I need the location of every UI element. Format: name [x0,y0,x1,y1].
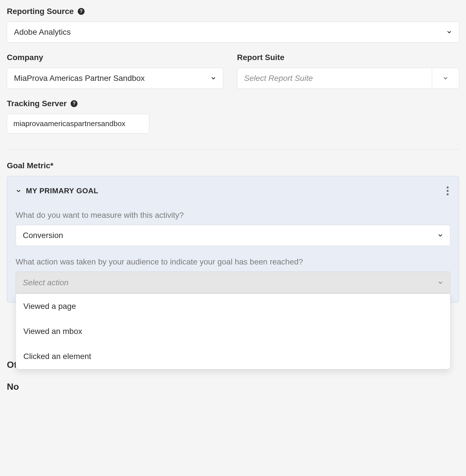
kebab-menu-icon[interactable] [445,185,450,197]
chevron-down-icon [438,280,443,286]
action-prompt: What action was taken by your audience t… [16,257,450,266]
primary-goal-card: MY PRIMARY GOAL What do you want to meas… [7,176,459,303]
chevron-down-icon [446,29,452,35]
notes-label-fragment: No [7,376,459,398]
report-suite-select[interactable]: Select Report Suite [237,68,432,89]
chevron-down-icon [210,75,216,81]
help-icon[interactable]: ? [78,8,85,15]
chevron-down-icon [438,233,443,238]
report-suite-label-text: Report Suite [237,53,284,62]
help-icon[interactable]: ? [71,100,77,107]
company-label: Company [7,53,223,62]
company-label-text: Company [7,53,43,62]
company-select[interactable]: MiaProva Americas Partner Sandbox [7,68,223,89]
report-suite-placeholder: Select Report Suite [244,74,313,83]
reporting-source-value: Adobe Analytics [14,28,71,37]
report-suite-label: Report Suite [237,53,459,62]
reporting-source-select[interactable]: Adobe Analytics [7,22,459,43]
measure-value: Conversion [23,231,63,240]
measure-select[interactable]: Conversion [16,225,450,246]
action-option[interactable]: Clicked an element [16,344,450,369]
primary-goal-title: MY PRIMARY GOAL [26,186,98,195]
measure-prompt: What do you want to measure with this ac… [16,211,450,220]
goal-metric-label-text: Goal Metric* [7,161,53,170]
tracking-server-input[interactable]: miaprovaamericaspartnersandbox [7,114,149,134]
goal-metric-label: Goal Metric* [7,161,459,170]
primary-goal-toggle[interactable]: MY PRIMARY GOAL [16,186,98,195]
chevron-down-icon [16,188,21,194]
action-option[interactable]: Viewed an mbox [16,319,450,344]
action-option[interactable]: Viewed a page [16,294,450,319]
action-placeholder: Select action [23,278,68,287]
chevron-down-icon [443,75,448,81]
report-suite-dropdown-toggle[interactable] [432,68,459,89]
tracking-server-value: miaprovaamericaspartnersandbox [13,119,125,128]
divider [7,149,459,150]
action-dropdown-menu: Viewed a page Viewed an mbox Clicked an … [16,294,450,369]
reporting-source-label: Reporting Source ? [7,7,459,16]
company-value: MiaProva Americas Partner Sandbox [14,74,145,83]
reporting-source-label-text: Reporting Source [7,7,74,16]
tracking-server-label: Tracking Server ? [7,99,459,108]
action-select[interactable]: Select action [16,272,450,294]
tracking-server-label-text: Tracking Server [7,99,67,108]
